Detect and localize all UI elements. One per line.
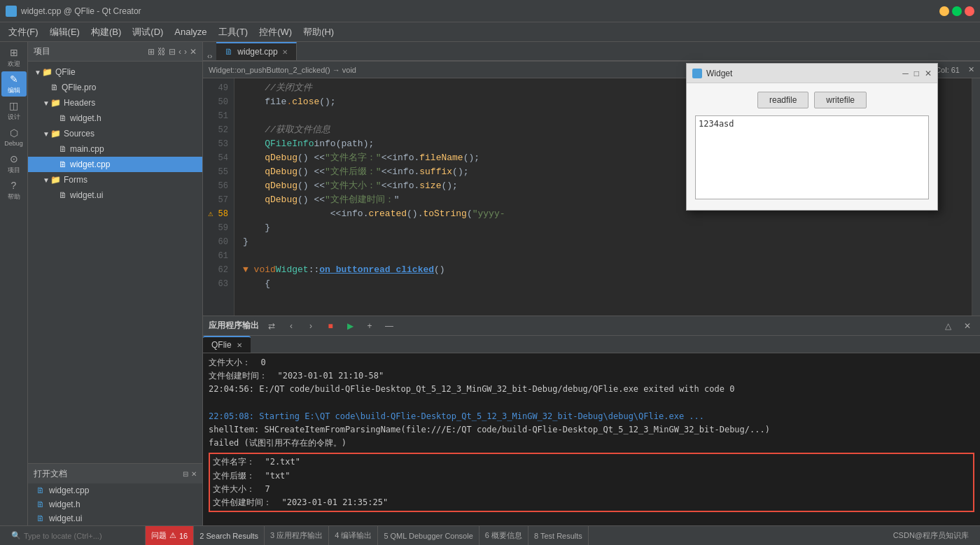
line-54: 54 — [203, 151, 228, 165]
output-status[interactable]: 3 应用程序输出 — [265, 526, 329, 545]
close-panel-icon[interactable]: ✕ — [190, 47, 197, 57]
line-55: 55 — [203, 165, 228, 179]
expand-icon[interactable]: ⊟ — [169, 47, 176, 57]
window-title: widget.cpp @ QFlie - Qt Creator — [21, 6, 939, 16]
menu-file[interactable]: 文件(F) — [3, 23, 44, 41]
menu-edit[interactable]: 编辑(E) — [44, 23, 85, 41]
sidebar-item-edit[interactable]: ✎ 编辑 — [1, 71, 27, 97]
output-prev-icon[interactable]: ‹ — [284, 319, 298, 333]
welcome-icon: ⊞ — [10, 47, 18, 58]
sidebar-item-welcome[interactable]: ⊞ 欢迎 — [1, 45, 27, 70]
folder-icon: 📁 — [50, 175, 61, 185]
open-doc-label-widget-cpp: widget.cpp — [49, 486, 89, 495]
tree-item-widget-ui[interactable]: 🗎 widget.ui — [28, 187, 202, 203]
build-status[interactable]: 4 编译输出 — [329, 526, 378, 545]
problem-count: 16 — [179, 532, 188, 540]
open-doc-widget-h[interactable]: 🗎 widget.h — [28, 497, 202, 511]
widget-maximize-icon[interactable]: □ — [914, 69, 919, 78]
output-tab-close-icon[interactable]: ✕ — [237, 341, 242, 349]
summary-status[interactable]: 6 概要信息 — [479, 526, 528, 545]
tab-close-icon[interactable]: ✕ — [282, 48, 288, 56]
design-label: 设计 — [8, 113, 20, 122]
line-57: 57 — [203, 193, 228, 207]
readfile-button[interactable]: readfile — [757, 92, 808, 108]
tree-item-forms[interactable]: ▼ 📁 Forms — [28, 172, 202, 187]
output-clear-icon[interactable]: — — [382, 319, 396, 333]
search-input-container[interactable]: 🔍 Type to locate (Ctrl+...) — [6, 526, 146, 545]
tree-item-qflie-pro[interactable]: 🗎 QFlie.pro — [28, 80, 202, 95]
tree-item-widget-h[interactable]: 🗎 widget.h — [28, 111, 202, 126]
nav-back-icon[interactable]: ‹ — [178, 47, 181, 57]
search-results-label: 2 Search Results — [200, 532, 258, 540]
output-close-panel-icon[interactable]: ✕ — [960, 319, 974, 333]
search-results-status[interactable]: 2 Search Results — [194, 526, 265, 545]
breadcrumb-function: Widget::on_pushButton_2_clicked() → void — [209, 66, 356, 74]
tree-item-qflie-root[interactable]: ▼ 📁 QFlie — [28, 64, 202, 80]
open-docs-close-icon[interactable]: ✕ — [191, 470, 197, 478]
close-breadcrumb-icon[interactable]: ✕ — [968, 65, 974, 74]
link-icon[interactable]: ⛓ — [158, 47, 166, 57]
ui-file-icon: 🗎 — [36, 514, 45, 523]
minimize-button[interactable] — [939, 6, 949, 16]
tree-item-widget-cpp[interactable]: 🗎 widget.cpp — [28, 157, 202, 172]
menu-help[interactable]: 帮助(H) — [298, 23, 340, 41]
output-move-icon[interactable]: ⇄ — [265, 319, 279, 333]
csdn-text: CSDN@程序员知识库 — [893, 530, 969, 541]
menu-bar: 文件(F) 编辑(E) 构建(B) 调试(D) Analyze 工具(T) 控件… — [0, 22, 980, 42]
nav-fwd-icon[interactable]: › — [184, 47, 187, 57]
expand-arrow: ▼ — [42, 176, 50, 184]
widget-window-controls: ─ □ ✕ — [902, 69, 932, 78]
editor-tab-widget-cpp[interactable]: 🗎 widget.cpp ✕ — [216, 42, 296, 60]
output-add-icon[interactable]: + — [363, 319, 377, 333]
output-expand-icon[interactable]: △ — [941, 319, 955, 333]
menu-controls[interactable]: 控件(W) — [253, 23, 298, 41]
filter-icon[interactable]: ⊞ — [148, 47, 155, 57]
widget-close-icon[interactable]: ✕ — [925, 69, 932, 78]
output-panel: 应用程序输出 ⇄ ‹ › ■ ▶ + — △ ✕ QFlie ✕ 文件大小： 0 — [203, 316, 980, 525]
qml-status[interactable]: 5 QML Debugger Console — [378, 526, 479, 545]
tab-bar: ‹ › 🗎 widget.cpp ✕ — [203, 42, 980, 62]
writefile-button[interactable]: writefile — [814, 92, 867, 108]
open-doc-widget-cpp[interactable]: 🗎 widget.cpp — [28, 483, 202, 497]
open-docs-title: 打开文档 — [34, 468, 67, 480]
test-results-status[interactable]: 8 Test Results — [528, 526, 589, 545]
menu-build[interactable]: 构建(B) — [85, 23, 127, 41]
tab-next-icon[interactable]: › — [210, 52, 213, 60]
problem-count-badge[interactable]: 问题 ⚠ 16 — [146, 526, 194, 545]
line-52: 52 — [203, 123, 228, 137]
menu-tools[interactable]: 工具(T) — [213, 23, 254, 41]
tree-label-sources: Sources — [64, 129, 94, 139]
widget-minimize-icon[interactable]: ─ — [902, 69, 909, 78]
file-icon: 🗎 — [59, 144, 67, 154]
output-line-filetime: 文件创建时间： "2023-01-01 21:10-58" — [209, 369, 974, 383]
open-doc-widget-ui[interactable]: 🗎 widget.ui — [28, 511, 202, 525]
menu-analyze[interactable]: Analyze — [169, 24, 212, 40]
window-controls — [939, 6, 974, 16]
sidebar-item-design[interactable]: ◫ 设计 — [1, 98, 27, 123]
tree-item-sources[interactable]: ▼ 📁 Sources — [28, 126, 202, 141]
output-hl-size: 文件大小： 7 — [213, 483, 970, 496]
search-glass-icon: 🔍 — [11, 531, 21, 540]
output-stop-icon[interactable]: ■ — [323, 319, 337, 333]
code-line-60: } — [243, 235, 972, 249]
line-61: 61 — [203, 249, 228, 263]
menu-debug[interactable]: 调试(D) — [127, 23, 169, 41]
line-63: 63 — [203, 277, 228, 291]
sidebar-item-projects[interactable]: ⊙ 项目 — [1, 151, 27, 176]
close-button[interactable] — [965, 6, 974, 16]
open-docs-expand-icon[interactable]: ⊟ — [183, 470, 188, 478]
tree-label-widget-ui: widget.ui — [70, 190, 103, 200]
widget-textarea[interactable]: 1234asd — [695, 115, 929, 199]
sidebar-item-debug[interactable]: ⬡ Debug — [1, 125, 27, 150]
tree-label-headers: Headers — [64, 98, 95, 108]
folder-icon: 📁 — [42, 67, 52, 77]
tree-item-headers[interactable]: ▼ 📁 Headers — [28, 95, 202, 111]
tree-item-main-cpp[interactable]: 🗎 main.cpp — [28, 141, 202, 157]
file-tree-content: ▼ 📁 QFlie 🗎 QFlie.pro ▼ 📁 Headers — [28, 62, 202, 463]
output-next-icon[interactable]: › — [304, 319, 318, 333]
maximize-button[interactable] — [952, 6, 962, 16]
output-run-icon[interactable]: ▶ — [343, 319, 357, 333]
sidebar-item-help[interactable]: ? 帮助 — [1, 178, 27, 203]
output-tab-qflie[interactable]: QFlie ✕ — [203, 336, 251, 353]
editor-scrollbar[interactable] — [972, 78, 980, 316]
